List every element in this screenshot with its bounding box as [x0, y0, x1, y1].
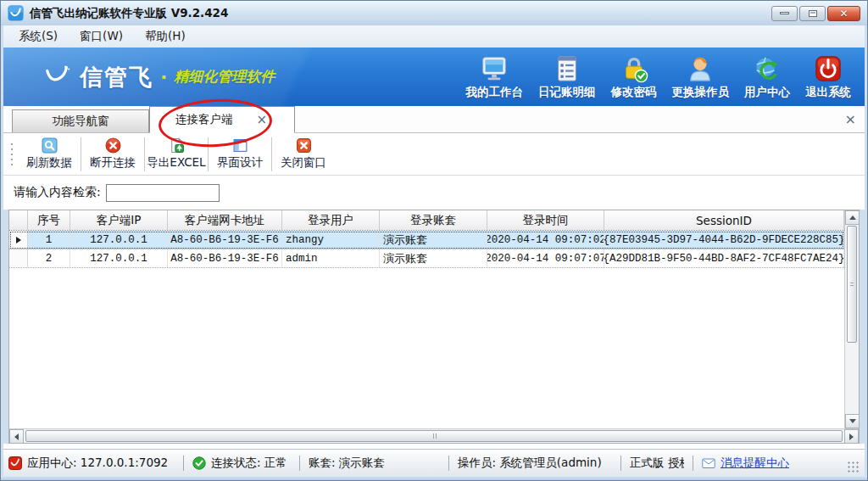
horizontal-scrollbar[interactable] — [9, 428, 859, 443]
close-window-button[interactable]: 关闭窗口 — [273, 136, 334, 173]
toolbar-label: 断开连接 — [90, 155, 136, 171]
toolbar-separator — [271, 137, 272, 171]
status-app-center: 应用中心: 127.0.0.1:7092 — [8, 456, 175, 471]
action-user-center[interactable]: 用户中心 — [741, 53, 793, 102]
status-license: 正式版 授权 — [630, 456, 684, 471]
window-frame-bottom — [1, 476, 867, 480]
title-bar: 信管飞出纳记账软件专业版 V9.2.424 ✕ — [1, 1, 867, 25]
message-center-link[interactable]: 消息提醒中心 — [721, 456, 789, 471]
action-journal-detail[interactable]: 日记账明细 — [535, 53, 599, 102]
resize-grip-icon[interactable] — [848, 461, 860, 473]
tab-close-icon[interactable]: × — [254, 114, 269, 126]
toolbar-separator — [144, 137, 145, 171]
search-input[interactable] — [106, 184, 220, 202]
table-cell: 演示账套 — [380, 249, 487, 267]
status-separator — [620, 456, 621, 471]
status-bar: 应用中心: 127.0.0.1:7092 连接状态: 正常 账套: 演示账套 操… — [3, 449, 865, 476]
tab-connected-clients[interactable]: 连接客户端 × — [149, 106, 295, 133]
column-header[interactable]: 客户端网卡地址 — [168, 210, 282, 230]
arrow-up-icon — [849, 215, 856, 220]
column-header[interactable]: 登录时间 — [487, 210, 604, 230]
status-connection: 连接状态: 正常 — [192, 456, 291, 471]
status-separator — [299, 456, 300, 471]
column-header[interactable]: 序号 — [28, 210, 70, 230]
toolbar-grip[interactable] — [8, 140, 15, 169]
action-exit-system[interactable]: 退出系统 — [802, 53, 854, 102]
ui-design-button[interactable]: 界面设计 — [209, 136, 270, 173]
app-center-text: 应用中心: 127.0.0.1:7092 — [27, 456, 168, 471]
action-my-workbench[interactable]: 我的工作台 — [463, 53, 527, 102]
brand-logo: 信管飞 · 精细化管理软件 — [42, 62, 275, 92]
table-cell: A8-60-B6-19-3E-F6 — [168, 231, 282, 249]
table-cell: admin — [282, 249, 380, 267]
menu-help[interactable]: 帮助(H) — [135, 26, 196, 47]
status-separator — [183, 456, 184, 471]
vertical-scrollbar[interactable] — [844, 210, 859, 428]
journal-icon — [553, 54, 581, 83]
user-center-icon — [753, 54, 782, 83]
vertical-scroll-thumb[interactable] — [847, 226, 857, 343]
action-label: 用户中心 — [744, 85, 790, 100]
table-row[interactable]: 1127.0.0.1A8-60-B6-19-3E-F6zhangy演示账套202… — [9, 231, 844, 249]
tab-function-nav[interactable]: 功能导航窗 — [12, 109, 149, 132]
brand-slogan: 精细化管理软件 — [174, 67, 275, 87]
app-center-icon — [8, 456, 22, 470]
scroll-up-button[interactable] — [845, 210, 859, 225]
toolbar-separator — [81, 137, 81, 171]
brand-separator: · — [160, 66, 167, 87]
brand-banner: 信管飞 · 精细化管理软件 我的工作台 — [3, 48, 865, 106]
vertical-scroll-track[interactable] — [845, 344, 859, 414]
window-title: 信管飞出纳记账软件专业版 V9.2.424 — [30, 6, 228, 21]
account-text: 账套: 演示账套 — [309, 456, 385, 471]
refresh-data-button[interactable]: 刷新数据 — [19, 136, 80, 173]
export-excel-button[interactable]: 导出EXCEL — [146, 136, 207, 173]
scroll-right-button[interactable] — [844, 429, 859, 444]
action-switch-operator[interactable]: 更换操作员 — [669, 53, 733, 102]
toolbar-label: 关闭窗口 — [281, 155, 326, 171]
table-cell: A8-60-B6-19-3E-F6 — [168, 249, 282, 267]
tab-label: 功能导航窗 — [52, 114, 109, 129]
envelope-icon — [702, 456, 715, 470]
column-header[interactable]: 登录账套 — [380, 210, 487, 230]
scroll-left-button[interactable] — [9, 429, 24, 444]
menu-system[interactable]: 系统(S) — [8, 26, 68, 47]
action-change-password[interactable]: 修改密码 — [608, 53, 660, 102]
status-operator: 操作员: 系统管理员(admin) — [458, 456, 612, 471]
table-body: 1127.0.0.1A8-60-B6-19-3E-F6zhangy演示账套202… — [9, 231, 844, 268]
brand-name: 信管飞 — [80, 62, 153, 92]
license-text: 正式版 授权 — [630, 456, 684, 471]
close-button[interactable]: ✕ — [827, 6, 860, 21]
minimize-icon — [780, 12, 789, 14]
minimize-button[interactable] — [771, 6, 798, 21]
column-header[interactable]: 登录用户 — [282, 210, 380, 230]
column-header[interactable]: 客户端IP — [70, 210, 168, 230]
maximize-button[interactable] — [799, 6, 826, 21]
arrow-left-icon — [14, 433, 19, 440]
disconnect-button[interactable]: 断开连接 — [82, 136, 143, 173]
action-label: 退出系统 — [805, 85, 851, 100]
column-header[interactable]: SessionID — [604, 210, 844, 230]
close-icon: ✕ — [839, 8, 848, 19]
refresh-data-icon — [42, 137, 58, 154]
banner-actions: 我的工作台 日记账明细 修改密码 — [463, 53, 855, 102]
connection-ok-icon — [192, 456, 206, 470]
workstation-icon — [480, 54, 509, 83]
table-row[interactable]: 2127.0.0.1A8-60-B6-19-3E-F6admin演示账套2020… — [9, 249, 844, 268]
app-logo-icon — [8, 5, 24, 21]
table-header: 序号客户端IP客户端网卡地址登录用户登录账套登录时间SessionID — [9, 210, 844, 231]
disconnect-icon — [105, 137, 121, 154]
scroll-down-button[interactable] — [845, 414, 859, 428]
toolbar: 刷新数据 断开连接 导出EXCEL — [3, 133, 865, 176]
exit-system-icon — [814, 54, 843, 83]
row-selector-cell — [9, 231, 28, 249]
switch-operator-icon — [686, 54, 715, 83]
table-cell: 1 — [28, 231, 70, 249]
menu-window[interactable]: 窗口(W) — [70, 26, 133, 47]
toolbar-label: 导出EXCEL — [147, 155, 205, 171]
action-label: 更换操作员 — [672, 85, 730, 100]
table-cell: 2020-04-14 09:07:02 — [487, 231, 604, 249]
toolbar-label: 刷新数据 — [26, 155, 72, 171]
horizontal-scroll-thumb[interactable] — [25, 430, 843, 442]
status-message-center: 消息提醒中心 — [702, 456, 844, 471]
panel-close-icon[interactable]: × — [845, 113, 856, 126]
